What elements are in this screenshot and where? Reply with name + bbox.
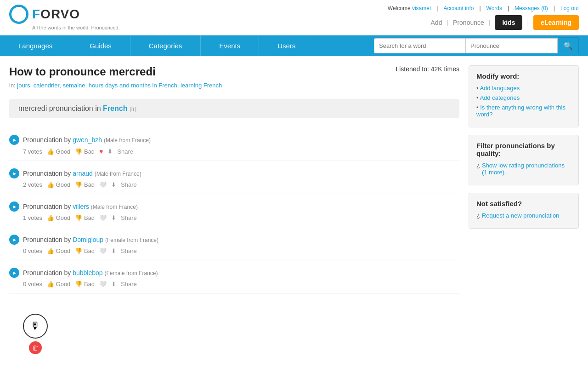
cat-hours[interactable]: hours days and months in French (89, 82, 177, 89)
bad-button-2[interactable]: 👎 Bad (75, 181, 95, 188)
wrong-word-link[interactable]: Is there anything wrong with this word? (476, 104, 565, 118)
logo-tagline: All the words in the world. Pronounced. (32, 25, 120, 30)
pronounce-link[interactable]: Pronounce (453, 19, 484, 26)
bad-button-4[interactable]: 👎 Bad (75, 247, 95, 254)
search-word-input[interactable] (374, 38, 466, 53)
nav-events[interactable]: Events (201, 35, 259, 56)
user-origin-5: (Female from France) (104, 270, 158, 276)
header-actions: Add | Pronounce | kids | eLearning (431, 15, 579, 30)
download-icon-4[interactable]: ⬇ (111, 247, 116, 254)
kids-button[interactable]: kids (495, 15, 522, 30)
pronunciation-row-4: Pronunciation by Domigloup (Female from … (9, 235, 459, 245)
title-area: How to pronounce mercredi in: jours, cal… (9, 65, 222, 92)
nav-languages[interactable]: Languages (0, 35, 71, 56)
divider4: | (554, 5, 555, 12)
add-categories-link[interactable]: Add categories (480, 94, 520, 101)
vote-count-1: 7 votes (23, 148, 42, 155)
heart-button-2[interactable]: 🤍 (99, 181, 107, 188)
user-link-2[interactable]: arnaud (73, 170, 93, 177)
messages-link[interactable]: Messages (0) (514, 5, 548, 12)
heart-button-3[interactable]: 🤍 (99, 214, 107, 221)
download-icon-2[interactable]: ⬇ (111, 181, 116, 188)
pronunciation-row-3: Pronunciation by villers (Male from Fran… (9, 201, 459, 212)
cat-semaine[interactable]: semaine (62, 82, 85, 89)
add-languages-link[interactable]: Add languages (480, 85, 520, 92)
divider3: | (508, 5, 509, 12)
vote-count-5: 0 votes (23, 281, 42, 288)
search-pronounce-input[interactable] (466, 38, 558, 53)
heart-button-4[interactable]: 🤍 (99, 247, 107, 254)
heart-button-5[interactable]: 🤍 (99, 281, 107, 288)
vote-row-2: 2 votes 👍 Good 👎 Bad 🤍 ⬇ Share (9, 181, 459, 188)
user-link-5[interactable]: bubblebop (73, 269, 102, 276)
bad-button-5[interactable]: 👎 Bad (75, 281, 95, 288)
play-button-4[interactable] (9, 235, 19, 245)
pronunciation-item-5: Pronunciation by bubblebop (Female from … (9, 260, 459, 293)
divider2: | (479, 5, 481, 12)
download-icon-3[interactable]: ⬇ (111, 214, 116, 221)
nav-guides[interactable]: Guides (71, 35, 130, 56)
play-button-2[interactable] (9, 168, 19, 178)
nav-categories[interactable]: Categories (130, 35, 201, 56)
good-button-1[interactable]: 👍 Good (47, 148, 70, 155)
request-new-item: Request a new pronunciation (476, 212, 571, 219)
bad-button-3[interactable]: 👎 Bad (75, 214, 95, 221)
main-content: How to pronounce mercredi in: jours, cal… (9, 56, 459, 303)
vote-row-4: 0 votes 👍 Good 👎 Bad 🤍 ⬇ Share (9, 247, 459, 254)
share-link-4[interactable]: Share (121, 247, 137, 254)
download-icon-1[interactable]: ⬇ (107, 148, 113, 155)
divider6: | (489, 19, 491, 26)
user-link-3[interactable]: villers (73, 203, 89, 210)
user-link-1[interactable]: gwen_bzh (73, 136, 102, 144)
heart-icon-1[interactable]: ♥ (99, 148, 103, 155)
cat-jours[interactable]: jours (17, 82, 30, 89)
pronunciation-text-2: Pronunciation by arnaud (Male from Franc… (23, 170, 141, 177)
good-button-3[interactable]: 👍 Good (47, 214, 70, 221)
logout-link[interactable]: Log out (560, 5, 579, 12)
share-link-3[interactable]: Share (121, 214, 137, 221)
nav-users[interactable]: Users (259, 35, 314, 56)
good-button-4[interactable]: 👍 Good (47, 247, 70, 254)
elearning-button[interactable]: eLearning (533, 15, 579, 30)
user-origin-4: (Female from France) (105, 237, 158, 243)
lang-header-text: mercredi pronunciation in (18, 104, 101, 112)
user-origin-1: (Male from France) (104, 137, 151, 144)
show-low-item: Show low rating pronunciations (1 more). (476, 162, 571, 176)
play-button-1[interactable] (9, 135, 19, 145)
username-link[interactable]: visamet (412, 5, 431, 12)
not-satisfied-title: Not satisfied? (476, 200, 571, 207)
cat-learning[interactable]: learning French (181, 82, 222, 89)
good-button-2[interactable]: 👍 Good (47, 181, 70, 188)
add-link[interactable]: Add (431, 19, 442, 26)
pronunciation-row-1: Pronunciation by gwen_bzh (Male from Fra… (9, 135, 459, 145)
pronunciation-text-4: Pronunciation by Domigloup (Female from … (23, 236, 158, 243)
pronunciation-row-2: Pronunciation by arnaud (Male from Franc… (9, 168, 459, 178)
account-info-link[interactable]: Account info (443, 5, 474, 12)
logo-area: FORVO All the words in the world. Pronou… (9, 5, 120, 30)
modify-word-box: Modify word: Add languages Add categorie… (469, 65, 579, 127)
request-new-link[interactable]: Request a new pronunciation (482, 212, 559, 219)
good-button-5[interactable]: 👍 Good (47, 281, 70, 288)
lang-link[interactable]: French (103, 104, 127, 112)
lang-code: [fr] (130, 105, 136, 112)
logo-text: FORVO (32, 7, 80, 22)
vote-row-5: 0 votes 👍 Good 👎 Bad 🤍 ⬇ Share (9, 281, 459, 288)
search-button[interactable]: 🔍 (558, 37, 579, 54)
cat-calendrier[interactable]: calendrier (34, 82, 59, 89)
page-title: How to pronounce mercredi (9, 65, 222, 78)
user-link-4[interactable]: Domigloup (73, 236, 103, 243)
share-link-5[interactable]: Share (121, 281, 137, 288)
play-button-5[interactable] (9, 268, 19, 278)
download-icon-5[interactable]: ⬇ (111, 281, 116, 288)
pronunciation-item-3: Pronunciation by villers (Male from Fran… (9, 194, 459, 227)
play-button-3[interactable] (9, 201, 19, 212)
search-area: 🔍 (314, 35, 588, 56)
words-link[interactable]: Words (486, 5, 502, 12)
filter-box: Filter pronunciations by quality: Show l… (469, 135, 579, 185)
bad-button-1[interactable]: 👎 Bad (75, 148, 95, 155)
share-link-2[interactable]: Share (121, 181, 137, 188)
header-right: Welcome visamet | Account info | Words |… (388, 5, 579, 30)
vote-count-4: 0 votes (23, 247, 42, 254)
show-low-link[interactable]: Show low rating pronunciations (1 more). (482, 162, 571, 176)
share-link-1[interactable]: Share (117, 148, 133, 155)
